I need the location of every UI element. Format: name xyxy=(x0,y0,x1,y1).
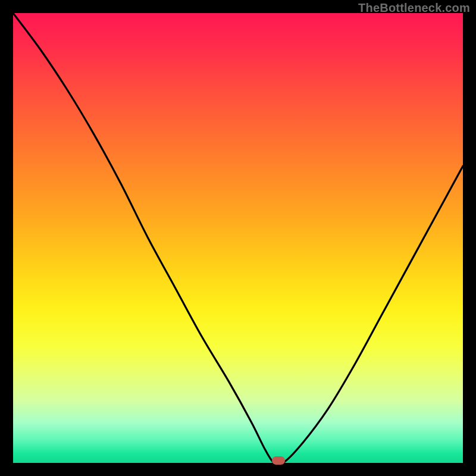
plot-area xyxy=(13,13,463,463)
chart-frame: TheBottleneck.com xyxy=(0,0,476,476)
bottleneck-curve xyxy=(13,13,463,463)
optimal-point-marker xyxy=(272,456,285,465)
